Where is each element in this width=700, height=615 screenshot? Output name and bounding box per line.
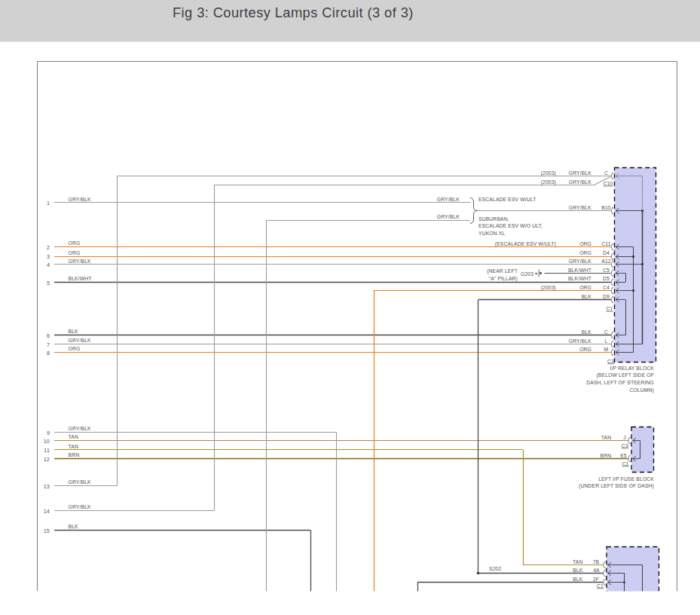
svg-text:BLK: BLK	[69, 524, 79, 529]
svg-text:D5: D5	[603, 276, 610, 281]
svg-text:ORG: ORG	[579, 285, 591, 290]
svg-text:(2003): (2003)	[541, 285, 556, 291]
svg-text:GRY/BLK: GRY/BLK	[69, 504, 92, 509]
svg-text:C11: C11	[601, 241, 610, 246]
svg-text:C1: C1	[607, 306, 613, 311]
svg-text:ORG: ORG	[69, 240, 81, 246]
svg-text:C5: C5	[603, 268, 610, 273]
svg-text:S202: S202	[489, 566, 501, 571]
svg-text:1: 1	[47, 200, 50, 207]
svg-text:GRY/BLK: GRY/BLK	[69, 259, 92, 264]
svg-text:LEFT I/P FUSE BLOCK: LEFT I/P FUSE BLOCK	[598, 476, 654, 482]
svg-text:BRN: BRN	[601, 453, 612, 458]
svg-text:BRN: BRN	[69, 452, 80, 457]
svg-text:BLK: BLK	[573, 568, 583, 573]
svg-text:L: L	[605, 338, 608, 344]
svg-text:6: 6	[47, 332, 50, 339]
svg-text:A12: A12	[601, 259, 611, 264]
svg-text:C: C	[604, 329, 608, 335]
svg-text:GRY/BLK: GRY/BLK	[69, 479, 92, 485]
svg-text:BLK/WHT: BLK/WHT	[69, 276, 92, 281]
svg-text:4: 4	[47, 262, 50, 268]
svg-text:ESCALADE ESV W/ULT: ESCALADE ESV W/ULT	[478, 197, 536, 202]
svg-text:ORG: ORG	[579, 250, 591, 255]
svg-text:E5: E5	[620, 453, 627, 458]
svg-text:ESCALADE ESV W/O ULT,: ESCALADE ESV W/O ULT,	[478, 223, 543, 228]
svg-text:13: 13	[44, 483, 50, 490]
svg-text:BLK: BLK	[582, 294, 592, 299]
svg-text:D9: D9	[603, 294, 610, 299]
svg-text:I/P RELAY BLOCK: I/P RELAY BLOCK	[610, 366, 655, 371]
svg-text:C3: C3	[607, 359, 614, 364]
svg-text:GRY/BLK: GRY/BLK	[437, 214, 460, 219]
svg-text:11: 11	[44, 447, 50, 454]
svg-text:10: 10	[44, 438, 50, 445]
svg-text:14: 14	[44, 508, 50, 515]
svg-text:(2003): (2003)	[541, 170, 556, 176]
svg-text:C1: C1	[597, 583, 604, 589]
svg-text:GRY/BLK: GRY/BLK	[437, 197, 460, 202]
svg-text:(ESCALADE ESV W/ULT): (ESCALADE ESV W/ULT)	[495, 241, 556, 247]
svg-text:COLUMN): COLUMN)	[629, 387, 654, 393]
svg-text:D4: D4	[603, 250, 610, 255]
svg-text:C1: C1	[622, 461, 629, 467]
svg-text:J: J	[623, 435, 626, 440]
svg-text:BLK: BLK	[573, 577, 583, 582]
svg-text:TAN: TAN	[69, 444, 78, 449]
svg-text:TAN: TAN	[601, 435, 611, 440]
svg-text:ORG: ORG	[579, 241, 591, 246]
svg-text:SUBURBAN,: SUBURBAN,	[478, 216, 509, 222]
svg-text:TAN: TAN	[69, 434, 78, 439]
svg-text:(2003): (2003)	[541, 179, 556, 185]
svg-text:2: 2	[47, 244, 50, 251]
svg-text:BLK: BLK	[582, 329, 592, 335]
svg-text:12: 12	[44, 456, 50, 463]
svg-text:C4: C4	[603, 285, 610, 290]
svg-text:BLK/WHT: BLK/WHT	[568, 268, 591, 273]
svg-text:YUKON XL: YUKON XL	[478, 231, 505, 236]
svg-text:(UNDER LEFT SIDE OF DASH): (UNDER LEFT SIDE OF DASH)	[579, 483, 654, 489]
svg-text:BLK: BLK	[69, 329, 79, 334]
svg-text:9: 9	[47, 430, 50, 436]
svg-text:(BELOW LEFT SIDE OF: (BELOW LEFT SIDE OF	[596, 372, 654, 378]
svg-text:M: M	[604, 347, 609, 352]
svg-text:GRY/BLK: GRY/BLK	[569, 259, 592, 264]
svg-text:C3: C3	[622, 443, 628, 448]
svg-text:ORG: ORG	[69, 250, 81, 255]
svg-text:8: 8	[47, 350, 50, 356]
svg-text:BLK/WHT: BLK/WHT	[568, 276, 591, 281]
svg-text:4A: 4A	[593, 568, 600, 573]
svg-text:"A" PILLAR): "A" PILLAR)	[489, 276, 518, 282]
svg-text:15: 15	[44, 528, 50, 534]
svg-text:ORG: ORG	[69, 346, 81, 351]
svg-text:TAN: TAN	[573, 559, 582, 565]
svg-text:B10: B10	[601, 205, 611, 210]
svg-text:GRY/BLK: GRY/BLK	[569, 170, 592, 176]
svg-text:(NEAR LEFT: (NEAR LEFT	[487, 268, 518, 274]
svg-text:Fig 3: Courtesy Lamps Circuit: Fig 3: Courtesy Lamps Circuit (3 of 3)	[173, 5, 414, 20]
svg-text:3: 3	[47, 253, 50, 260]
svg-text:ORG: ORG	[579, 347, 591, 352]
svg-text:5: 5	[47, 280, 50, 286]
svg-text:7: 7	[47, 341, 50, 348]
svg-text:GRY/BLK: GRY/BLK	[569, 179, 592, 185]
svg-text:GRY/BLK: GRY/BLK	[569, 205, 592, 210]
svg-text:GRY/BLK: GRY/BLK	[69, 338, 92, 343]
svg-text:GRY/BLK: GRY/BLK	[69, 197, 92, 202]
svg-text:C10: C10	[604, 181, 613, 186]
svg-text:C: C	[604, 170, 608, 176]
svg-text:7B: 7B	[593, 559, 600, 565]
svg-text:G203: G203	[521, 271, 533, 277]
svg-text:2F: 2F	[593, 577, 599, 582]
svg-text:GRY/BLK: GRY/BLK	[569, 338, 592, 344]
svg-text:DASH, LEFT OF STEERING: DASH, LEFT OF STEERING	[586, 380, 654, 385]
svg-text:GRY/BLK: GRY/BLK	[69, 426, 92, 431]
